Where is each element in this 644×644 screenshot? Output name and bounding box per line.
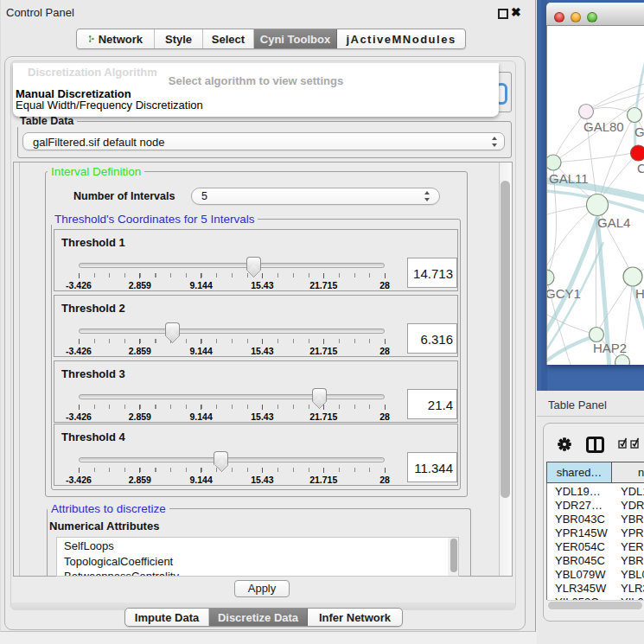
svg-text:GA: GA xyxy=(634,124,644,139)
svg-text:GAL80: GAL80 xyxy=(583,119,624,134)
svg-text:GAL4: GAL4 xyxy=(597,215,630,230)
svg-text:HAP2: HAP2 xyxy=(593,341,627,355)
svg-text:C: C xyxy=(637,161,644,175)
svg-text:GCY1: GCY1 xyxy=(547,286,581,301)
svg-text:H: H xyxy=(635,286,644,301)
svg-text:GAL11: GAL11 xyxy=(549,171,589,186)
